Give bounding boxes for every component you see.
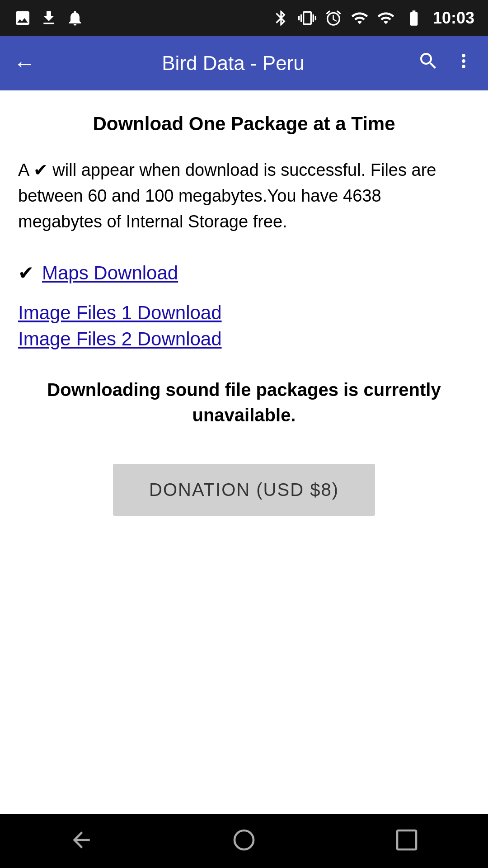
- battery-icon: [403, 9, 425, 27]
- bottom-nav-bar: [0, 814, 488, 868]
- donation-button[interactable]: DONATION (USD $8): [113, 464, 375, 516]
- maps-download-link[interactable]: Maps Download: [42, 262, 178, 284]
- status-bar-right-icons: 10:03: [272, 9, 474, 28]
- nav-home-button[interactable]: [231, 827, 257, 854]
- search-button[interactable]: [418, 50, 439, 76]
- status-time: 10:03: [433, 9, 474, 28]
- nav-recent-button[interactable]: [394, 827, 419, 854]
- app-bar-actions: [418, 50, 474, 76]
- image-files-2-link[interactable]: Image Files 2 Download: [18, 328, 470, 350]
- gallery-icon: [14, 9, 32, 27]
- image-files-section: Image Files 1 Download Image Files 2 Dow…: [18, 302, 470, 350]
- notification-icon: [66, 9, 84, 27]
- status-bar: 10:03: [0, 0, 488, 36]
- image-files-1-link[interactable]: Image Files 1 Download: [18, 302, 470, 324]
- vibrate-icon: [298, 9, 316, 27]
- signal-icon: [377, 9, 395, 27]
- checkmark-inline: ✔: [33, 160, 48, 179]
- back-button[interactable]: ←: [14, 51, 35, 76]
- description-text: A ✔ will appear when download is success…: [18, 157, 470, 235]
- page-title: Download One Package at a Time: [18, 113, 470, 135]
- maps-checkmark-icon: ✔: [18, 262, 34, 284]
- app-bar: ← Bird Data - Peru: [0, 36, 488, 90]
- main-content: Download One Package at a Time A ✔ will …: [0, 90, 488, 814]
- wifi-icon: [351, 9, 369, 27]
- more-options-button[interactable]: [453, 50, 474, 76]
- unavailable-text: Downloading sound file packages is curre…: [18, 377, 470, 428]
- status-bar-left-icons: [14, 9, 84, 27]
- download-status-icon: [40, 9, 58, 27]
- maps-download-row: ✔ Maps Download: [18, 262, 470, 284]
- app-bar-title: Bird Data - Peru: [49, 52, 418, 75]
- svg-point-0: [235, 830, 253, 849]
- bluetooth-icon: [272, 9, 290, 27]
- alarm-icon: [324, 9, 343, 27]
- nav-back-button[interactable]: [69, 827, 94, 854]
- svg-rect-1: [397, 830, 416, 849]
